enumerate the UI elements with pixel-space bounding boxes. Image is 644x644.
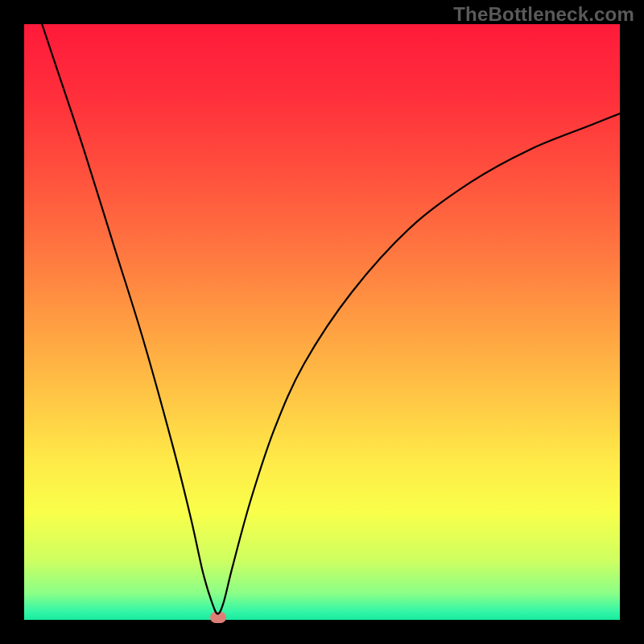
plot-area [24,24,620,620]
watermark-text: TheBottleneck.com [453,3,634,26]
chart-frame: TheBottleneck.com [0,0,644,644]
bottleneck-curve [24,24,620,620]
